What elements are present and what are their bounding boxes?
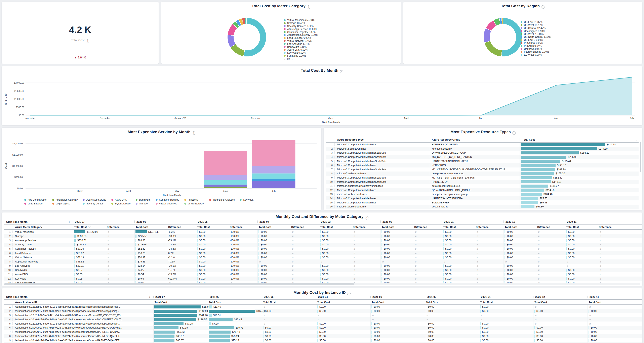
legend-item[interactable]: US North Central 1.82% <box>520 35 633 38</box>
legend-item[interactable]: Insight and Analytics <box>209 198 234 201</box>
info-icon[interactable]: i <box>86 39 89 43</box>
legend-item[interactable]: Security Center <box>83 202 106 205</box>
legend-item[interactable]: Container Registry <box>156 198 179 201</box>
legend-item[interactable]: Bandwidth 0.19% <box>284 45 396 48</box>
legend-item[interactable]: Load Balancer 2.67% <box>284 36 396 39</box>
cost-cell: $0.00 <box>504 268 535 272</box>
legend-item[interactable]: US East 2 0.94% <box>520 38 633 41</box>
legend-item[interactable]: Bandwidth <box>136 198 150 201</box>
difference-cell: ø <box>105 239 134 242</box>
legend-item[interactable]: Virtual Network 2.46% <box>284 39 396 42</box>
legend-item[interactable]: Key Vault 0.02% <box>284 51 396 54</box>
page-down-icon[interactable]: ▼ <box>291 58 293 60</box>
difference-cell: ø <box>289 256 319 259</box>
legend-item[interactable]: US Central 12.47% <box>520 27 633 30</box>
legend-item[interactable]: IN South 0.04% <box>520 44 633 47</box>
legend-item[interactable]: Virtual Machines 52.88% <box>284 19 396 22</box>
legend-item[interactable]: Container Registry 3.17% <box>284 30 396 33</box>
cost-bar <box>209 326 234 329</box>
legend-item[interactable]: Functions 0.00% <box>284 54 396 57</box>
legend-item[interactable]: Azure App Service <box>83 198 106 201</box>
cost-cell: $0.00 <box>370 334 425 339</box>
legend-item[interactable]: Azure DNS 0.03% <box>284 48 396 51</box>
cost-bar <box>382 247 382 250</box>
legend-item[interactable]: Key Vault <box>240 198 253 201</box>
cost-cell: $0.00 <box>479 338 533 343</box>
cost-cell: $0.00 <box>504 247 535 251</box>
legend-item[interactable]: Unassigned 8.93% <box>520 29 633 32</box>
info-icon[interactable]: i <box>541 5 544 9</box>
legend-item[interactable]: Security Center 10.82% <box>284 25 396 28</box>
cost-bar <box>588 331 589 334</box>
difference-cell: ø <box>289 282 319 283</box>
legend-item[interactable]: Load Balancer <box>24 202 47 205</box>
cost-bar <box>372 306 372 309</box>
info-icon[interactable]: i <box>512 131 516 135</box>
cost-cell: $0.00 <box>196 264 228 268</box>
difference-cell: ø <box>474 252 504 255</box>
info-icon[interactable]: i <box>307 5 310 9</box>
legend-item[interactable]: Azure DNS <box>111 198 130 201</box>
cost-cell: $0.00 <box>73 281 105 283</box>
difference-cell: -100.0% <box>228 265 258 267</box>
difference-cell: 15.8% <box>166 269 196 272</box>
difference-cell: ø <box>412 260 442 263</box>
difference-cell: ø <box>597 277 626 280</box>
difference-cell: -34.6% <box>166 247 196 250</box>
legend-item[interactable]: Log Analytics <box>52 202 78 205</box>
panel-total-cost-kpi: 4.2 K Total Costi ▲6.84% <box>2 1 159 64</box>
svg-text:Start Time Month: Start Time Month <box>322 121 340 123</box>
panel-title: Monthly Cost by Instance IDi <box>2 290 642 295</box>
cost-bar <box>258 239 259 242</box>
legend-item[interactable]: SQL Database <box>111 202 130 205</box>
difference-header: Difference <box>535 226 565 229</box>
area-chart-total-cost-by-month[interactable]: $0.00$500.00$1,000.00$1,500.00$2,000.00T… <box>2 66 642 125</box>
row-label-cell: Log Analytics <box>13 265 73 267</box>
legend-item[interactable]: US West 19.17% <box>520 24 633 27</box>
donut-chart-region[interactable] <box>484 18 522 56</box>
legend-item[interactable]: US West 2 5.18% <box>520 32 633 35</box>
legend-item[interactable]: Intercontinental 0.00% <box>520 50 633 53</box>
difference-cell: ø <box>351 231 380 233</box>
legend-item[interactable]: Azure App Service 10.00% <box>284 27 396 30</box>
horizontal-scrollbar[interactable] <box>4 283 640 285</box>
legend-item[interactable]: Application Gateway 3.00% <box>284 33 396 36</box>
legend-item[interactable]: Unknown 0.03% <box>520 47 633 50</box>
legend-item[interactable]: US East 51.37% <box>520 21 633 24</box>
legend-item[interactable]: Virtual Network <box>184 202 204 205</box>
cost-bar <box>480 335 480 338</box>
cost-bar <box>263 339 264 342</box>
vertical-scrollbar[interactable] <box>640 142 642 208</box>
sort-chevron-icon[interactable] <box>636 139 639 141</box>
cost-cell: $7.20 <box>208 322 262 326</box>
cost-cell: $0.00 <box>319 243 351 247</box>
info-icon[interactable]: i <box>192 131 195 135</box>
svg-text:$500.00: $500.00 <box>16 106 24 108</box>
scroll-left-icon[interactable]: ‹ <box>68 220 73 224</box>
legend-item[interactable]: Functions <box>184 198 204 201</box>
stacked-bar-chart-service-by-month[interactable]: $0.00$500.00$1,000.00$1,500.00$2,000.00C… <box>2 128 321 198</box>
sort-chevron-icon[interactable] <box>88 225 91 228</box>
cost-bar <box>197 247 198 250</box>
page-up-icon[interactable]: ▲ <box>284 58 286 60</box>
cost-bar <box>320 273 320 276</box>
donut-chart-meter-category[interactable] <box>228 18 266 56</box>
cost-cell: $0.00 <box>196 268 228 272</box>
legend-item[interactable]: App Configuration <box>24 198 47 201</box>
legend-item[interactable]: Application Gateway <box>52 198 78 201</box>
info-icon[interactable]: i <box>340 70 343 73</box>
legend-item[interactable]: Storage <box>136 202 150 205</box>
cost-bar <box>136 273 136 276</box>
difference-cell: ø <box>289 265 319 267</box>
info-icon[interactable]: i <box>365 216 368 220</box>
legend-item[interactable]: Virtual Machines <box>156 202 179 205</box>
legend-item[interactable]: EU West 0.00% <box>520 53 633 56</box>
cost-cell: $0.00 <box>565 251 597 255</box>
info-icon[interactable]: i <box>347 292 350 295</box>
cost-cell: $0.00 <box>504 277 535 281</box>
legend-item[interactable]: Log Analytics 1.34% <box>284 42 396 45</box>
cost-cell: $0.00 <box>380 272 412 277</box>
cost-cell: $0.00 <box>442 234 474 238</box>
legend-item[interactable]: Storage 13.42% <box>284 22 396 25</box>
legend-item[interactable]: IN Central 0.06% <box>520 41 633 44</box>
